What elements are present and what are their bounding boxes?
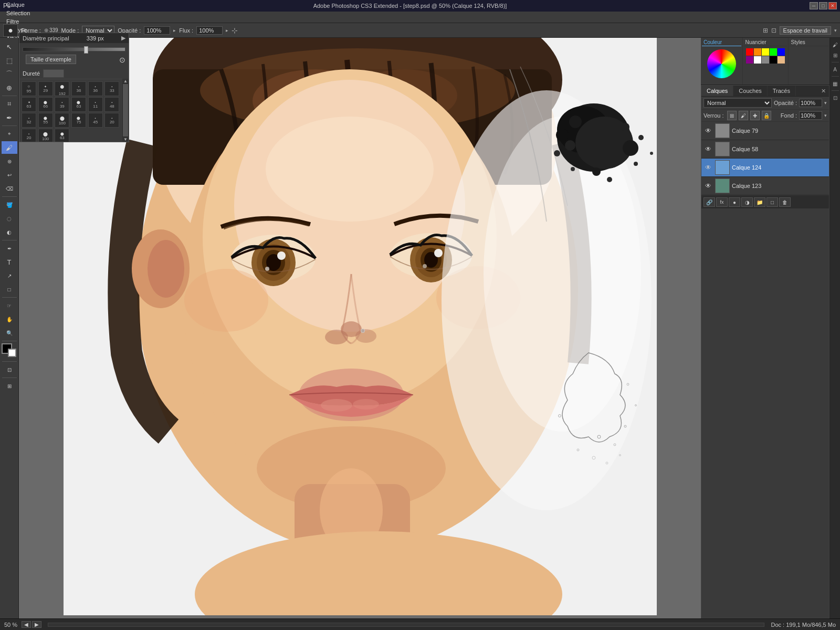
layer-row-layer-58[interactable]: 👁Calque 58 [701, 140, 829, 159]
screen-mode-btn[interactable]: ⊞ [2, 380, 17, 392]
brush-preset-15[interactable]: ⬤75 [71, 113, 86, 128]
path-select-btn[interactable]: ↗ [2, 269, 17, 282]
brush-preset-2[interactable]: ●192 [55, 81, 69, 96]
pen-tool-btn[interactable]: ✒ [2, 242, 17, 255]
strip-channels-icon[interactable]: ▦ [831, 79, 840, 88]
nuancier-tab[interactable]: Nuancier [744, 39, 787, 46]
swatch-blue[interactable] [778, 48, 785, 56]
brush-preset-12[interactable]: •32 [22, 113, 36, 128]
eraser-tool-btn[interactable]: ⌫ [2, 182, 17, 195]
brush-preset-8[interactable]: •39 [55, 97, 69, 112]
lock-move-btn[interactable]: ✚ [750, 111, 760, 120]
lock-all-btn[interactable]: 🔒 [762, 111, 771, 120]
blend-mode-select[interactable]: Normal [704, 98, 772, 108]
swatch-white[interactable] [754, 56, 761, 64]
quick-mask-btn[interactable]: ⊡ [2, 363, 17, 376]
swatch-gray[interactable] [762, 56, 769, 64]
brush-preset-13[interactable]: ⬤55 [38, 113, 53, 128]
background-color[interactable] [8, 349, 16, 357]
layer-row-layer-123[interactable]: 👁Calque 123 [701, 177, 829, 195]
heal-tool-btn[interactable]: ⌖ [2, 128, 17, 140]
brush-preset-18[interactable]: •20 [22, 129, 36, 142]
brush-preset-4[interactable]: •36 [88, 81, 103, 96]
swatch-orange[interactable] [754, 48, 761, 56]
brush-scroll-down[interactable]: ▼ [122, 137, 129, 142]
flux-arrow-icon[interactable]: ▸ [226, 28, 228, 33]
delete-layer-btn[interactable]: 🗑 [779, 197, 791, 207]
swatch-red[interactable] [746, 48, 753, 56]
lock-image-btn[interactable]: 🖌 [739, 111, 748, 120]
brush-scrollbar[interactable] [123, 84, 128, 136]
color-proof-icon[interactable]: ⊡ [771, 27, 776, 34]
strip-layers-icon[interactable]: ⊞ [831, 50, 840, 60]
brush-size-slider[interactable] [23, 47, 125, 51]
layer-group-btn[interactable]: 📁 [754, 197, 765, 207]
layer-visibility-layer-58[interactable]: 👁 [704, 144, 713, 154]
status-prev-btn[interactable]: ◀ [22, 621, 31, 628]
blur-tool-btn[interactable]: ◌ [2, 212, 17, 225]
swatch-yellow[interactable] [762, 48, 769, 56]
layer-visibility-layer-123[interactable]: 👁 [704, 181, 713, 191]
artwork-canvas[interactable] [64, 38, 657, 615]
canvas-rotate-icon[interactable]: ⊞ [763, 27, 768, 34]
brush-preset-10[interactable]: •11 [88, 97, 103, 112]
brush-scroll-up[interactable]: ▲ [122, 79, 129, 83]
menu-item-s-lection[interactable]: Sélection [2, 9, 35, 17]
strip-type-icon[interactable]: A [831, 65, 840, 74]
brush-sample-button[interactable]: Taille d'exemple [26, 55, 76, 64]
opacity-arrow-icon[interactable]: ▾ [824, 100, 827, 106]
layers-panel-close[interactable]: ✕ [818, 87, 829, 96]
brush-preset-14[interactable]: ⬤100 [55, 113, 69, 128]
shape-tool-btn[interactable]: □ [2, 283, 17, 296]
lock-transparent-btn[interactable]: ⊞ [727, 111, 737, 120]
brush-preset-0[interactable]: ○95 [22, 81, 36, 96]
brush-panel-expand-icon[interactable]: ▶ [121, 35, 125, 41]
brush-preset-11[interactable]: •48 [104, 97, 119, 112]
marquee-tool-btn[interactable]: ⬚ [2, 54, 17, 67]
layer-adjustment-btn[interactable]: ◑ [741, 197, 753, 207]
clone-tool-btn[interactable]: ⊛ [2, 155, 17, 167]
status-next-btn[interactable]: ▶ [32, 621, 41, 628]
swatch-purple[interactable] [746, 56, 753, 64]
brush-size-icon-right[interactable]: ⊙ [119, 56, 125, 64]
minimize-button[interactable]: ─ [810, 2, 818, 9]
notes-tool-btn[interactable]: ☞ [2, 299, 17, 312]
brush-preset-16[interactable]: •45 [88, 113, 103, 128]
fill-input[interactable] [799, 111, 822, 120]
color-wheel[interactable] [707, 49, 736, 78]
airbrush-toggle[interactable]: ⊹ [232, 26, 238, 35]
wand-tool-btn[interactable]: ⊕ [2, 81, 17, 94]
layers-tab-couches[interactable]: Couches [733, 86, 767, 96]
brush-preset-20[interactable]: ⬤63 [55, 129, 69, 142]
layer-row-layer-79[interactable]: 👁Calque 79 [701, 122, 829, 140]
close-button[interactable]: ✕ [828, 2, 837, 9]
layer-row-layer-124[interactable]: 👁Calque 124 [701, 159, 829, 177]
strip-brush-icon[interactable]: 🖌 [831, 40, 840, 49]
brush-preset-9[interactable]: ⬤63 [71, 97, 86, 112]
layer-visibility-layer-124[interactable]: 👁 [704, 163, 713, 172]
fill-tool-btn[interactable]: 🪣 [2, 198, 17, 211]
opacity-arrow-icon[interactable]: ▸ [173, 28, 176, 33]
layer-link-btn[interactable]: 🔗 [704, 197, 715, 207]
hand-tool-btn[interactable]: ✋ [2, 313, 17, 326]
workspace-button[interactable]: Espace de travail [780, 26, 831, 35]
brush-preset-3[interactable]: •36 [71, 81, 86, 96]
brush-slider-thumb[interactable] [84, 46, 88, 54]
crop-tool-btn[interactable]: ⌗ [2, 98, 17, 110]
layer-mask-btn[interactable]: ● [729, 197, 740, 207]
brush-tool-btn[interactable]: 🖌 [2, 141, 17, 154]
layer-opacity-input[interactable] [799, 99, 822, 107]
brush-preset-7[interactable]: ⬤66 [38, 97, 53, 112]
zoom-tool-btn[interactable]: 🔍 [2, 327, 17, 339]
layers-tab-calques[interactable]: Calques [701, 86, 733, 96]
layer-fx-btn[interactable]: fx [716, 197, 728, 207]
new-layer-btn[interactable]: □ [766, 197, 778, 207]
layers-tab-traces[interactable]: Tracés [768, 86, 796, 96]
flux-input[interactable] [196, 26, 223, 35]
menu-item-calque[interactable]: Calque [2, 1, 35, 9]
layer-visibility-layer-79[interactable]: 👁 [704, 126, 713, 135]
dodge-tool-btn[interactable]: ◐ [2, 226, 17, 238]
status-scrollbar[interactable] [48, 623, 764, 627]
brush-preset-5[interactable]: •33 [104, 81, 119, 96]
brush-preset-6[interactable]: ✦63 [22, 97, 36, 112]
